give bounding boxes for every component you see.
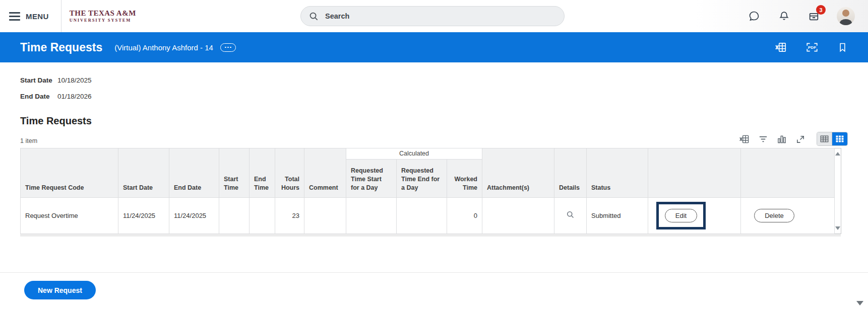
pdf-export-button[interactable]: PDF — [805, 42, 819, 53]
texas-am-logo: THE TEXAS A&M UNIVERSITY SYSTEM — [70, 9, 136, 23]
chat-icon — [748, 10, 760, 22]
page-header-actions: PDF — [775, 42, 848, 53]
start-date-row: Start Date 10/18/2025 — [20, 76, 848, 84]
notifications-button[interactable] — [777, 10, 790, 23]
col-worked-time[interactable]: Worked Time — [447, 159, 482, 197]
topbar-divider — [61, 0, 61, 32]
bookmark-icon — [837, 42, 848, 53]
svg-text:PDF: PDF — [808, 45, 816, 50]
scroll-up-icon[interactable] — [835, 152, 840, 156]
section-title: Time Requests — [20, 115, 848, 127]
pdf-export-icon: PDF — [805, 42, 819, 53]
cell-time-request-code: Request Overtime — [21, 197, 118, 234]
col-comment[interactable]: Comment — [304, 148, 346, 198]
excel-export-button[interactable] — [775, 42, 787, 53]
col-delete-action — [741, 148, 835, 198]
item-count: 1 item — [20, 137, 37, 147]
end-date-value: 01/18/2026 — [57, 93, 92, 100]
search-icon — [309, 12, 319, 21]
cell-start-time — [219, 197, 250, 234]
end-date-label: End Date — [20, 93, 57, 100]
table-row: Request Overtime 11/24/2025 11/24/2025 2… — [21, 197, 835, 234]
hamburger-icon — [9, 12, 20, 21]
main-content: Start Date 10/18/2025 End Date 01/18/202… — [0, 62, 868, 237]
time-requests-grid: Time Request Code Start Date End Date St… — [20, 148, 848, 234]
page-scroll-down-icon[interactable] — [856, 301, 863, 305]
topbar-actions: 3 — [748, 0, 855, 32]
start-date-label: Start Date — [20, 76, 57, 84]
page-title: Time Requests — [20, 41, 102, 54]
logo-line2: UNIVERSITY SYSTEM — [70, 18, 136, 23]
inbox-button[interactable]: 3 — [807, 10, 820, 23]
new-request-button[interactable]: New Request — [24, 281, 96, 299]
edit-button[interactable]: Edit — [665, 209, 697, 222]
inbox-badge: 3 — [816, 5, 826, 15]
view-toggle — [817, 132, 848, 146]
col-attachments[interactable]: Attachment(s) — [482, 148, 554, 198]
cell-requested-time-end — [397, 197, 447, 234]
col-end-time[interactable]: End Time — [250, 148, 275, 198]
excel-export-icon — [775, 42, 787, 53]
grid-scrollbar[interactable] — [835, 148, 841, 234]
search-bar[interactable] — [300, 6, 565, 26]
grid-bottom-edge — [20, 234, 841, 237]
col-requested-time-start[interactable]: Requested Time Start for a Day — [346, 159, 397, 197]
cell-total-hours: 23 — [275, 197, 304, 234]
search-input[interactable] — [324, 12, 556, 21]
avatar[interactable] — [837, 7, 855, 25]
footer-divider — [0, 272, 868, 273]
cell-worked-time: 0 — [447, 197, 482, 234]
chart-icon[interactable] — [777, 134, 787, 144]
col-requested-time-end[interactable]: Requested Time End for a Day — [397, 159, 447, 197]
col-total-hours[interactable]: Total Hours — [275, 148, 304, 198]
cell-details — [554, 197, 587, 234]
col-time-request-code[interactable]: Time Request Code — [21, 148, 118, 198]
cell-edit: Edit — [648, 197, 741, 234]
expand-icon[interactable] — [795, 134, 805, 144]
cell-delete: Delete — [741, 197, 835, 234]
menu-button[interactable]: MENU — [0, 0, 49, 32]
related-actions-icon[interactable] — [220, 43, 236, 52]
excel-export-icon[interactable] — [739, 134, 750, 144]
logo-line1: THE TEXAS A&M — [70, 9, 136, 18]
edit-button-highlight: Edit — [656, 202, 706, 229]
page-header: Time Requests (Virtual) Anthony Ashford … — [0, 32, 868, 62]
start-date-value: 10/18/2025 — [57, 76, 92, 84]
cell-end-date: 11/24/2025 — [169, 197, 219, 234]
topbar: MENU THE TEXAS A&M UNIVERSITY SYSTEM — [0, 0, 868, 32]
col-details[interactable]: Details — [554, 148, 587, 198]
col-end-date[interactable]: End Date — [169, 148, 219, 198]
bell-icon — [778, 11, 790, 22]
chat-button[interactable] — [748, 10, 761, 23]
col-edit-action — [648, 148, 741, 198]
table-view-icon[interactable] — [817, 132, 832, 145]
cell-requested-time-start — [346, 197, 397, 234]
cell-end-time — [250, 197, 275, 234]
grid-toolbar-row: 1 item — [20, 133, 848, 147]
menu-label: MENU — [26, 12, 49, 21]
grid-view-icon[interactable] — [832, 132, 847, 145]
scroll-down-icon[interactable] — [835, 226, 840, 230]
cell-start-date: 11/24/2025 — [118, 197, 169, 234]
magnifier-icon[interactable] — [566, 210, 575, 219]
cell-comment — [304, 197, 346, 234]
col-status[interactable]: Status — [587, 148, 648, 198]
page-subtitle: (Virtual) Anthony Ashford - 14 — [114, 43, 213, 52]
bookmark-button[interactable] — [837, 42, 848, 53]
filters: Start Date 10/18/2025 End Date 01/18/202… — [20, 76, 848, 100]
filter-icon[interactable] — [758, 134, 768, 144]
end-date-row: End Date 01/18/2026 — [20, 93, 848, 100]
col-group-calculated: Calculated — [346, 148, 482, 160]
grid-toolbar — [739, 132, 848, 147]
delete-button[interactable]: Delete — [754, 209, 794, 222]
cell-attachments — [482, 197, 554, 234]
col-start-date[interactable]: Start Date — [118, 148, 169, 198]
col-start-time[interactable]: Start Time — [219, 148, 250, 198]
cell-status: Submitted — [587, 197, 648, 234]
